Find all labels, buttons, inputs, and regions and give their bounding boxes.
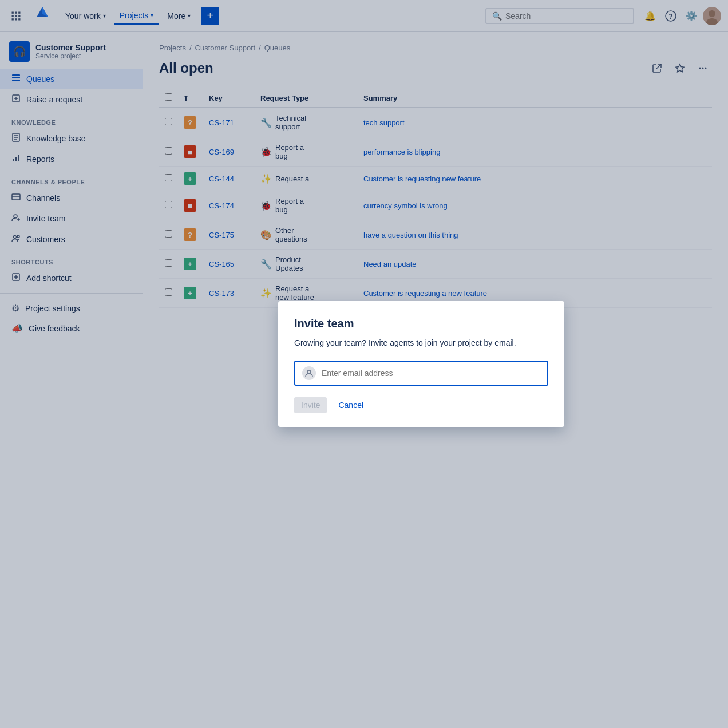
svg-point-42	[307, 370, 311, 374]
modal-title: Invite team	[294, 317, 548, 330]
modal-actions: Invite Cancel	[294, 397, 548, 413]
invite-button[interactable]: Invite	[294, 397, 327, 413]
email-input-row	[294, 361, 548, 386]
invite-team-modal: Invite team Growing your team? Invite ag…	[278, 301, 564, 427]
modal-description: Growing your team? Invite agents to join…	[294, 337, 548, 349]
cancel-button[interactable]: Cancel	[331, 397, 370, 413]
email-input[interactable]	[322, 369, 540, 378]
person-icon	[302, 366, 316, 380]
